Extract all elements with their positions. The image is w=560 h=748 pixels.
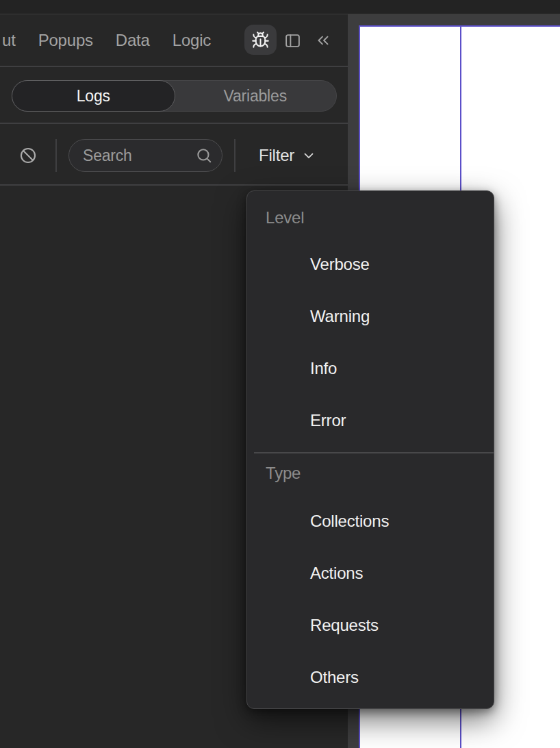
chevrons-left-icon [314, 32, 332, 49]
filter-section-header-level: Level [247, 203, 494, 233]
panel-tabs-row: Logs Variables [0, 67, 348, 124]
toggle-panel-button[interactable] [281, 31, 303, 50]
bug-icon [251, 31, 270, 49]
filter-section-header-type: Type [247, 458, 494, 488]
nav-item-popups[interactable]: Popups [38, 31, 93, 50]
filter-option-verbose[interactable]: Verbose [247, 238, 494, 290]
collapse-sidebar-button[interactable] [312, 31, 334, 50]
filter-dropdown-button[interactable]: Filter [259, 125, 316, 186]
filter-option-error[interactable]: Error [247, 395, 494, 447]
search-icon [195, 147, 213, 164]
toolbar-divider [55, 139, 57, 172]
debug-toggle-button[interactable] [244, 25, 277, 55]
panel-nav-items: ut Popups Data Logic [2, 14, 211, 66]
nav-item-logic[interactable]: Logic [173, 31, 211, 50]
weweb-editor: ut Popups Data Logic [0, 0, 560, 748]
ban-icon [19, 147, 37, 164]
window-top-strip [0, 0, 560, 14]
panel-navbar: ut Popups Data Logic [0, 14, 348, 67]
chevron-down-icon [301, 148, 316, 163]
filter-menu-divider [254, 452, 494, 453]
nav-item-layout-truncated[interactable]: ut [2, 31, 16, 50]
filter-menu: Level Verbose Warning Info Error Type Co… [246, 190, 494, 709]
filter-label: Filter [259, 146, 294, 165]
logs-variables-switch: Logs Variables [12, 80, 337, 112]
filter-option-actions[interactable]: Actions [247, 547, 494, 599]
clear-logs-button[interactable] [18, 146, 38, 165]
log-search [68, 139, 222, 172]
filter-option-requests[interactable]: Requests [247, 599, 494, 651]
filter-option-collections[interactable]: Collections [247, 495, 494, 547]
filter-option-others[interactable]: Others [247, 651, 494, 703]
tab-variables[interactable]: Variables [175, 81, 337, 111]
logs-toolbar: Filter [0, 125, 348, 186]
filter-option-info[interactable]: Info [247, 342, 494, 395]
filter-option-warning[interactable]: Warning [247, 290, 494, 342]
split-panel-icon [284, 32, 301, 49]
nav-item-data[interactable]: Data [116, 31, 150, 50]
toolbar-divider [234, 139, 236, 172]
tab-logs[interactable]: Logs [12, 80, 175, 112]
